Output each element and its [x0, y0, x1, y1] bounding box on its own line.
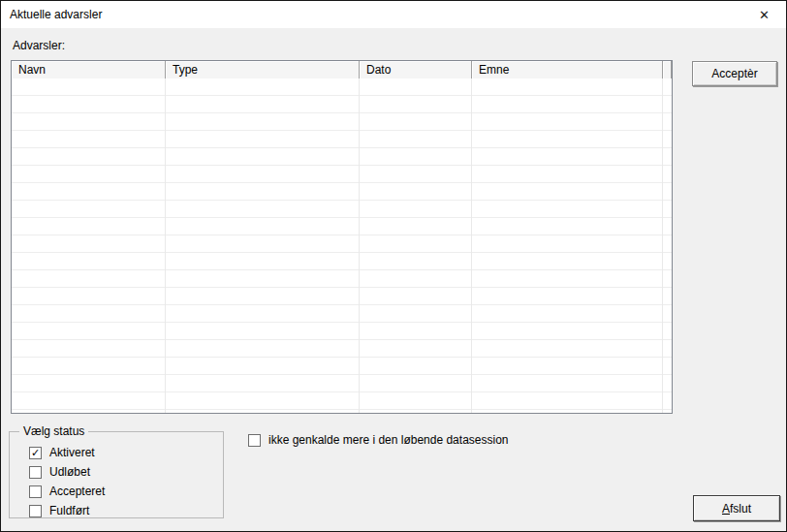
status-option-fuldført[interactable]: Fuldført — [29, 501, 105, 520]
warnings-table[interactable]: NavnTypeDatoEmne — [11, 60, 673, 414]
warnings-label: Advarsler: — [13, 39, 65, 52]
window-title: Aktuelle advarsler — [1, 8, 102, 21]
checkbox-label: Aktiveret — [49, 446, 95, 459]
close-icon[interactable]: ✕ — [742, 1, 786, 28]
checkbox-accepteret[interactable] — [29, 485, 42, 498]
table-grid-line — [165, 78, 166, 413]
session-checkbox-row[interactable]: ikke genkalde mere i den løbende datases… — [248, 433, 509, 447]
checkbox-fuldført[interactable] — [29, 505, 42, 517]
table-body[interactable] — [12, 78, 672, 413]
column-header-spacer — [663, 61, 672, 78]
column-header-navn[interactable]: Navn — [12, 61, 166, 78]
status-options: ✓AktiveretUdløbetAccepteretFuldført — [29, 443, 105, 520]
accept-button[interactable]: Acceptèr — [692, 61, 777, 86]
table-header-row: NavnTypeDatoEmne — [12, 61, 672, 78]
checkbox-aktiveret[interactable]: ✓ — [29, 447, 42, 459]
exit-button-accesskey: A — [722, 502, 730, 516]
column-header-emne[interactable]: Emne — [472, 61, 663, 78]
exit-button[interactable]: Afslut — [693, 495, 780, 521]
checkbox-label: Fuldført — [49, 504, 89, 517]
exit-button-label: fslut — [730, 502, 751, 516]
table-grid-line — [471, 78, 472, 413]
checkbox-label: Accepteret — [49, 485, 105, 498]
status-option-accepteret[interactable]: Accepteret — [29, 482, 105, 501]
session-checkbox[interactable] — [248, 434, 261, 447]
status-group-title: Vælg status — [19, 424, 88, 438]
session-checkbox-label: ikke genkalde mere i den løbende datases… — [268, 433, 509, 447]
status-filter-group: Vælg status ✓AktiveretUdløbetAccepteretF… — [9, 431, 224, 518]
checkbox-label: Udløbet — [49, 465, 90, 479]
column-header-dato[interactable]: Dato — [360, 61, 472, 78]
dialog-aktuelle-advarsler: Aktuelle advarsler ✕ Advarsler: NavnType… — [0, 0, 787, 532]
title-bar: Aktuelle advarsler ✕ — [1, 1, 786, 28]
table-grid-line — [662, 78, 663, 413]
table-grid-line — [359, 78, 360, 413]
status-option-aktiveret[interactable]: ✓Aktiveret — [29, 443, 105, 462]
column-header-type[interactable]: Type — [166, 61, 360, 78]
checkbox-udløbet[interactable] — [29, 466, 42, 479]
status-option-udløbet[interactable]: Udløbet — [29, 462, 105, 482]
